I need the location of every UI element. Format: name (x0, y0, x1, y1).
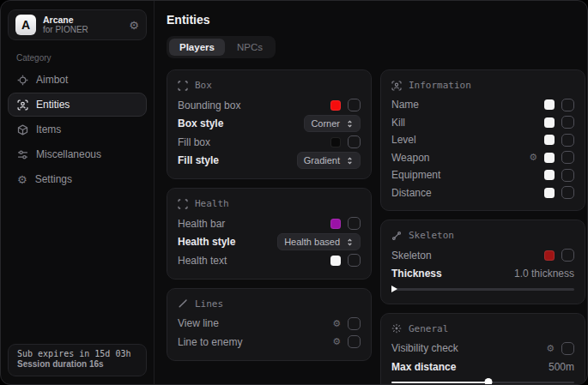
max-distance-slider[interactable] (391, 382, 574, 384)
option-label: Kill (391, 117, 405, 129)
option-row-name: Name (391, 96, 574, 114)
app-logo: A (15, 15, 36, 35)
color-swatch[interactable] (544, 135, 555, 145)
sidebar-item-label: Settings (35, 173, 72, 185)
section-title: General (409, 323, 448, 334)
option-label: Line to enemy (178, 336, 242, 348)
option-row-visibility-check: Visibility check ⚙ (391, 340, 574, 358)
unfold-icon (346, 120, 354, 128)
person-scan-icon (17, 99, 28, 111)
slider-thumb[interactable] (484, 378, 492, 385)
section-title: Skeleton (409, 230, 454, 241)
option-label: View line (178, 317, 219, 329)
option-label: Level (391, 134, 416, 146)
sidebar-item-aimbot[interactable]: Aimbot (8, 68, 147, 92)
section-title: Information (409, 80, 471, 91)
gear-icon: ⚙ (17, 173, 27, 186)
color-swatch[interactable] (330, 100, 341, 111)
person-scan-icon (391, 81, 402, 91)
color-swatch[interactable] (544, 250, 555, 261)
color-swatch[interactable] (544, 99, 555, 110)
option-row-weapon: Weapon ⚙ (391, 149, 574, 167)
color-swatch[interactable] (330, 219, 341, 229)
thickness-slider[interactable] (391, 288, 574, 291)
option-label: Thickness (391, 268, 442, 280)
checkbox[interactable] (561, 134, 574, 147)
option-row-health-bar: Health bar (178, 214, 361, 233)
option-label: Equipment (391, 169, 440, 181)
checkbox[interactable] (561, 169, 574, 182)
option-label: Fill box (178, 136, 210, 148)
sidebar-item-items[interactable]: Items (8, 117, 147, 141)
crosshair-icon (17, 75, 28, 86)
health-style-dropdown[interactable]: Health based (277, 233, 361, 250)
option-gear-icon[interactable]: ⚙ (546, 344, 555, 353)
option-gear-icon[interactable]: ⚙ (332, 319, 341, 328)
checkbox[interactable] (561, 116, 574, 129)
checkbox[interactable] (561, 99, 574, 111)
box-section: Box Bounding box Box style Corner (167, 69, 372, 179)
option-gear-icon[interactable]: ⚙ (529, 153, 537, 162)
color-swatch[interactable] (544, 170, 555, 180)
option-row-skeleton: Skeleton (391, 246, 574, 265)
dropdown-value: Corner (311, 118, 340, 129)
option-row-line-to-enemy: Line to enemy ⚙ (178, 333, 361, 352)
option-row-box-style: Box style Corner (178, 115, 361, 134)
tab-npcs[interactable]: NPCs (227, 39, 273, 56)
color-swatch[interactable] (330, 256, 341, 266)
box-style-dropdown[interactable]: Corner (304, 115, 361, 132)
sub-expiry-text: Sub expires in 15d 03h (17, 349, 137, 358)
checkbox[interactable] (561, 249, 574, 262)
general-section: General Visibility check ⚙ Max distance … (380, 313, 585, 385)
checkbox[interactable] (348, 135, 361, 148)
option-label: Name (391, 99, 419, 111)
option-label: Skeleton (391, 250, 432, 262)
tab-players[interactable]: Players (169, 39, 225, 56)
unfold-icon (346, 157, 354, 165)
sun-icon (391, 323, 402, 334)
color-swatch[interactable] (544, 117, 555, 128)
settings-gear-icon[interactable]: ⚙ (129, 20, 139, 31)
category-label: Category (16, 53, 147, 63)
checkbox[interactable] (348, 99, 361, 111)
unfold-icon (346, 238, 354, 246)
option-row-view-line: View line ⚙ (178, 315, 361, 334)
session-duration-text: Session duration 16s (17, 359, 137, 369)
slider-thumb[interactable] (391, 286, 397, 292)
checkbox[interactable] (348, 254, 361, 267)
fill-style-dropdown[interactable]: Gradient (297, 152, 361, 169)
sidebar-item-settings[interactable]: ⚙ Settings (8, 167, 147, 191)
main-panel: Entities Players NPCs Box (155, 1, 588, 384)
sidebar-item-label: Items (36, 123, 61, 135)
option-gear-icon[interactable]: ⚙ (332, 337, 341, 346)
entity-tabs: Players NPCs (167, 36, 276, 58)
slider-value: 500m (549, 361, 574, 373)
checkbox[interactable] (561, 151, 574, 164)
pencil-line-icon (178, 298, 188, 309)
option-label: Weapon (391, 152, 429, 164)
option-row-kill: Kill (391, 114, 574, 132)
checkbox[interactable] (348, 217, 361, 230)
checkbox[interactable] (561, 342, 574, 355)
option-row-fill-style: Fill style Gradient (178, 152, 361, 171)
color-swatch[interactable] (544, 188, 555, 198)
option-row-fill-box: Fill box (178, 133, 361, 152)
option-label: Fill style (178, 154, 219, 166)
checkbox[interactable] (348, 317, 361, 330)
option-label: Max distance (391, 361, 456, 373)
color-swatch[interactable] (330, 137, 341, 147)
logo-card: A Arcane for PIONER ⚙ (8, 9, 147, 40)
color-swatch[interactable] (544, 153, 555, 163)
sidebar-item-miscellaneous[interactable]: Miscellaneous (8, 142, 147, 166)
option-label: Health bar (178, 218, 225, 230)
option-row-equipment: Equipment (391, 166, 574, 184)
sidebar: A Arcane for PIONER ⚙ Category Aimbot (1, 1, 155, 384)
option-row-max-distance: Max distance 500m (391, 358, 574, 376)
page-title: Entities (167, 13, 585, 27)
slider-value: 1.0 thickness (514, 268, 574, 280)
sidebar-item-entities[interactable]: Entities (8, 93, 147, 117)
bone-icon (391, 231, 402, 241)
checkbox[interactable] (348, 335, 361, 348)
checkbox[interactable] (561, 186, 574, 199)
option-label: Health text (178, 255, 227, 267)
